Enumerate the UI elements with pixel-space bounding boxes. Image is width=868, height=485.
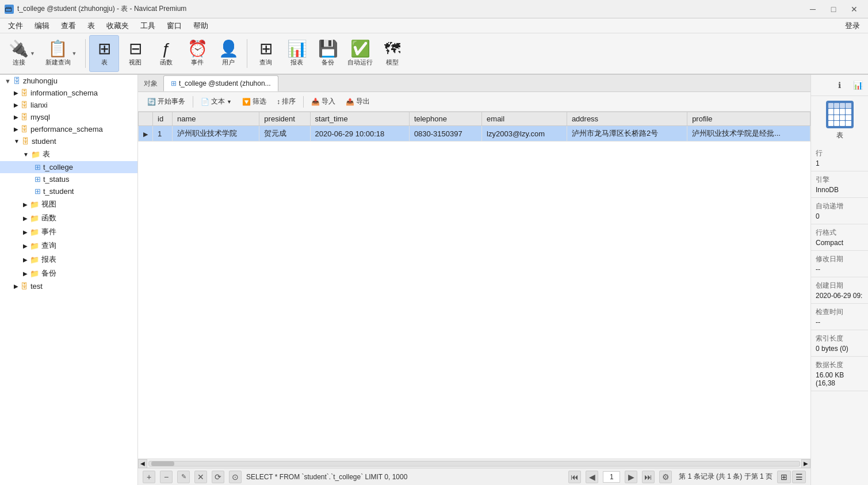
sidebar-item-table-folder[interactable]: ▼ 📁 表 bbox=[0, 147, 137, 161]
menu-tools[interactable]: 工具 bbox=[135, 20, 161, 32]
page-number[interactable]: 1 bbox=[603, 471, 620, 483]
discard-button[interactable]: ✕ bbox=[194, 471, 207, 483]
filter-button[interactable]: 🔽 筛选 bbox=[238, 95, 271, 108]
col-header-name[interactable]: name bbox=[172, 112, 259, 126]
col-header-start_time[interactable]: start_time bbox=[310, 112, 409, 126]
event-button[interactable]: ⏰ 事件 bbox=[182, 35, 212, 72]
sidebar-root[interactable]: ▼ 🗄 zhuhongju bbox=[0, 75, 137, 87]
text-icon: 📄 bbox=[201, 98, 209, 106]
tab-t_college[interactable]: ⊞ t_college @student (zhuhon... bbox=[163, 75, 278, 91]
next-page-button[interactable]: ▶ bbox=[625, 471, 637, 483]
maximize-button[interactable]: □ bbox=[824, 2, 843, 16]
sidebar-item-information_schema[interactable]: ▶ 🗄 information_schema bbox=[0, 87, 137, 99]
backup-label: 备份 bbox=[322, 58, 334, 67]
edit-record-button[interactable]: ✎ bbox=[177, 471, 190, 483]
db-label: test bbox=[30, 282, 43, 291]
menu-view[interactable]: 查看 bbox=[55, 20, 82, 32]
info-button[interactable]: ℹ bbox=[831, 77, 847, 93]
modified-section: 修改日期 -- bbox=[811, 251, 868, 277]
sidebar-item-performance_schema[interactable]: ▶ 🗄 performance_schema bbox=[0, 123, 137, 135]
cell-address[interactable]: 泸州市龙马潭区长桥路2号 bbox=[567, 126, 687, 142]
row-arrow-icon: ▶ bbox=[143, 131, 148, 138]
table-preview-button[interactable]: 表 bbox=[811, 96, 868, 145]
delete-record-button[interactable]: − bbox=[160, 471, 173, 483]
table-preview-icon bbox=[826, 101, 854, 128]
sidebar-item-lianxi[interactable]: ▶ 🗄 lianxi bbox=[0, 99, 137, 111]
login-button[interactable]: 登录 bbox=[839, 20, 866, 32]
sort-button[interactable]: ↕ 排序 bbox=[272, 95, 300, 108]
close-button[interactable]: ✕ bbox=[845, 2, 863, 16]
col-header-president[interactable]: president bbox=[259, 112, 310, 126]
cell-name[interactable]: 泸州职业技术学院 bbox=[172, 126, 259, 142]
sidebar-item-test[interactable]: ▶ 🗄 test bbox=[0, 280, 137, 292]
prev-page-button[interactable]: ◀ bbox=[586, 471, 598, 483]
sidebar-item-func-folder[interactable]: ▶ 📁 函数 bbox=[0, 211, 137, 225]
auto-run-button[interactable]: ✅ 自动运行 bbox=[344, 35, 376, 72]
minimize-button[interactable]: ─ bbox=[804, 2, 822, 16]
sidebar-item-t_student[interactable]: ⊞ t_student bbox=[0, 185, 137, 197]
cell-start_time[interactable]: 2020-06-29 10:00:18 bbox=[310, 126, 409, 142]
add-record-button[interactable]: + bbox=[143, 471, 155, 483]
menu-favorites[interactable]: 收藏夹 bbox=[101, 20, 135, 32]
sidebar-item-event-folder[interactable]: ▶ 📁 事件 bbox=[0, 225, 137, 239]
menu-table[interactable]: 表 bbox=[82, 20, 101, 32]
cell-profile[interactable]: 泸州职业技术学院是经批... bbox=[687, 126, 810, 142]
scroll-left-button[interactable]: ◀ bbox=[138, 459, 147, 468]
scroll-right-button[interactable]: ▶ bbox=[801, 459, 810, 468]
new-query-button[interactable]: 📋 新建查询 ▼ bbox=[40, 35, 82, 72]
sidebar-item-student[interactable]: ▼ 🗄 student bbox=[0, 135, 137, 147]
func-button[interactable]: ƒ 函数 bbox=[151, 35, 181, 72]
table-row[interactable]: ▶ 1 泸州职业技术学院 贺元成 2020-06-29 10:00:18 083… bbox=[139, 126, 810, 142]
begin-transaction-button[interactable]: 🔄 开始事务 bbox=[143, 95, 190, 108]
table-button[interactable]: ⊞ 表 bbox=[89, 35, 119, 72]
menu-edit[interactable]: 编辑 bbox=[29, 20, 55, 32]
col-header-email[interactable]: email bbox=[482, 112, 567, 126]
data-area[interactable]: id name president start_time telephone e… bbox=[138, 112, 810, 459]
backup-button[interactable]: 💾 备份 bbox=[313, 35, 343, 72]
new-query-arrow: ▼ bbox=[72, 51, 77, 56]
grid-view-button[interactable]: ⊞ bbox=[777, 471, 791, 483]
col-header-address[interactable]: address bbox=[567, 112, 687, 126]
cell-president[interactable]: 贺元成 bbox=[259, 126, 310, 142]
col-header-id[interactable]: id bbox=[153, 112, 173, 126]
col-header-profile[interactable]: profile bbox=[687, 112, 810, 126]
first-page-button[interactable]: ⏮ bbox=[568, 471, 581, 483]
form-view-button[interactable]: ☰ bbox=[792, 471, 806, 483]
reload-button[interactable]: ⊙ bbox=[229, 471, 242, 483]
last-page-button[interactable]: ⏭ bbox=[642, 471, 655, 483]
refresh-button[interactable]: ⟳ bbox=[212, 471, 224, 483]
menu-file[interactable]: 文件 bbox=[2, 20, 29, 32]
user-button[interactable]: 👤 用户 bbox=[213, 35, 243, 72]
import-button[interactable]: 📥 导入 bbox=[307, 95, 340, 108]
view-button[interactable]: ⊟ 视图 bbox=[120, 35, 150, 72]
horizontal-scrollbar[interactable]: ◀ ▶ bbox=[138, 459, 810, 468]
right-panel: ℹ 📊 表 bbox=[810, 75, 868, 485]
cell-email[interactable]: lzy2003@lzy.com bbox=[482, 126, 567, 142]
query-button[interactable]: ⊞ 查询 bbox=[251, 35, 281, 72]
sidebar-item-query-folder[interactable]: ▶ 📁 查询 bbox=[0, 239, 137, 253]
event-icon: ⏰ bbox=[188, 41, 208, 57]
cell-telephone[interactable]: 0830-3150397 bbox=[409, 126, 481, 142]
sidebar-item-view-folder[interactable]: ▶ 📁 视图 bbox=[0, 197, 137, 211]
tab-objects[interactable]: 对象 bbox=[138, 75, 163, 91]
scroll-track[interactable] bbox=[148, 461, 800, 467]
scroll-thumb[interactable] bbox=[151, 461, 174, 466]
export-button[interactable]: 📤 导出 bbox=[341, 95, 374, 108]
text-button[interactable]: 📄 文本 ▼ bbox=[196, 95, 236, 108]
col-header-telephone[interactable]: telephone bbox=[409, 112, 481, 126]
cell-id[interactable]: 1 bbox=[153, 126, 173, 142]
connect-button[interactable]: 🔌 连接 ▼ bbox=[5, 35, 39, 72]
sidebar-item-report-folder[interactable]: ▶ 📁 报表 bbox=[0, 253, 137, 266]
model-button[interactable]: 🗺 模型 bbox=[377, 35, 407, 72]
sidebar-item-mysql[interactable]: ▶ 🗄 mysql bbox=[0, 111, 137, 123]
sidebar-item-t_status[interactable]: ⊞ t_status bbox=[0, 173, 137, 185]
created-label: 创建日期 bbox=[816, 281, 863, 291]
menu-window[interactable]: 窗口 bbox=[161, 20, 188, 32]
stats-button[interactable]: 📊 bbox=[850, 77, 866, 93]
settings-button[interactable]: ⚙ bbox=[659, 471, 672, 483]
sidebar-item-backup-folder[interactable]: ▶ 📁 备份 bbox=[0, 266, 137, 280]
auto-run-label: 自动运行 bbox=[347, 58, 373, 67]
report-button[interactable]: 📊 报表 bbox=[282, 35, 312, 72]
menu-help[interactable]: 帮助 bbox=[188, 20, 214, 32]
sidebar-item-t_college[interactable]: ⊞ t_college bbox=[0, 161, 137, 173]
